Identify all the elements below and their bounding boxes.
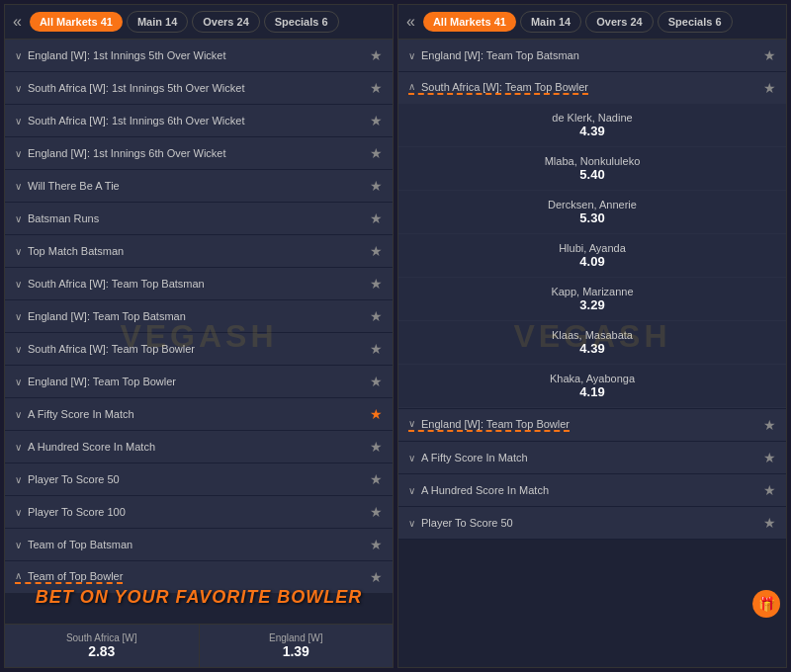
right-filter-bar: « All Markets 41 Main 14 Overs 24 Specia…	[398, 5, 786, 40]
gift-icon[interactable]: 🎁	[752, 590, 780, 618]
star-button[interactable]: ★	[763, 417, 776, 433]
star-button[interactable]: ★	[370, 341, 383, 357]
star-button[interactable]: ★	[370, 113, 383, 128]
star-button[interactable]: ★	[370, 210, 383, 226]
odds-south-africa: 2.83	[88, 643, 115, 659]
bottom-team-england[interactable]: England [W] 1.39	[200, 625, 394, 667]
right-filter-all-markets[interactable]: All Markets 41	[423, 12, 516, 32]
star-button[interactable]: ★	[370, 569, 383, 585]
left-filter-main[interactable]: Main 14	[127, 11, 188, 33]
odds-england: 1.39	[283, 643, 309, 659]
player-option-kapp[interactable]: Kapp, Marizanne 3.29	[398, 278, 786, 321]
player-option-klaas[interactable]: Klaas, Masabata 4.39	[398, 321, 786, 365]
star-button[interactable]: ★	[370, 439, 383, 455]
player-odds: 4.19	[579, 384, 604, 399]
player-odds: 4.39	[579, 124, 604, 138]
market-row-top-match-batsman[interactable]: ∨ Top Match Batsman ★	[5, 235, 393, 268]
star-button[interactable]: ★	[763, 80, 776, 96]
left-filter-bar: « All Markets 41 Main 14 Overs 24 Specia…	[5, 5, 393, 40]
market-row-fifty-score-right[interactable]: ∨ A Fifty Score In Match ★	[398, 442, 786, 474]
player-option-de-klerk[interactable]: de Klerk, Nadine 4.39	[398, 104, 786, 147]
market-row[interactable]: ∨ South Africa [W]: 1st Innings 5th Over…	[5, 72, 393, 105]
player-odds: 4.09	[579, 254, 604, 269]
player-name: Mlaba, Nonkululeko	[545, 155, 641, 167]
right-filter-overs[interactable]: Overs 24	[585, 11, 653, 33]
left-bottom-bar: South Africa [W] 2.83 England [W] 1.39	[5, 624, 393, 667]
player-option-mlaba[interactable]: Mlaba, Nonkululeko 5.40	[398, 147, 786, 191]
star-button[interactable]: ★	[763, 450, 776, 465]
player-name: de Klerk, Nadine	[552, 112, 632, 124]
market-row-team-top-bowler[interactable]: ∧ Team of Top Bowler ★	[5, 561, 393, 593]
market-row-sa-team-top-batsman[interactable]: ∨ South Africa [W]: Team Top Batsman ★	[5, 268, 393, 300]
star-button[interactable]: ★	[370, 308, 383, 324]
left-market-list: ∨ England [W]: 1st Innings 5th Over Wick…	[5, 40, 393, 624]
right-panel: VEGASH « All Markets 41 Main 14 Overs 24…	[397, 4, 787, 668]
market-row-sa-top-bowler[interactable]: ∨ South Africa [W]: Team Top Bowler ★	[5, 333, 393, 366]
player-name: Klaas, Masabata	[552, 329, 633, 341]
market-row[interactable]: ∨ England [W]: 1st Innings 6th Over Wick…	[5, 137, 393, 170]
market-row-batsman-runs[interactable]: ∨ Batsman Runs ★	[5, 203, 393, 235]
market-row[interactable]: ∨ England [W]: 1st Innings 5th Over Wick…	[5, 40, 393, 72]
star-button[interactable]: ★	[763, 482, 776, 498]
player-option-dercksen[interactable]: Dercksen, Annerie 5.30	[398, 191, 786, 234]
left-filter-specials[interactable]: Specials 6	[264, 11, 339, 33]
left-panel: VEGASH « All Markets 41 Main 14 Overs 24…	[4, 4, 394, 668]
right-filter-main[interactable]: Main 14	[520, 11, 581, 33]
player-odds: 5.40	[579, 167, 604, 182]
player-name: Khaka, Ayabonga	[550, 373, 635, 384]
star-button[interactable]: ★	[370, 406, 383, 422]
market-row-eng-top-bowler-right[interactable]: ∨ England [W]: Team Top Bowler ★	[398, 409, 786, 442]
left-filter-all-markets[interactable]: All Markets 41	[30, 12, 123, 32]
star-button[interactable]: ★	[370, 276, 383, 292]
star-button[interactable]: ★	[763, 47, 776, 63]
player-name: Dercksen, Annerie	[548, 199, 637, 210]
star-button[interactable]: ★	[370, 47, 383, 63]
market-row-eng-team-top-batsman[interactable]: ∨ England [W]: Team Top Batsman ★	[5, 300, 393, 333]
star-button[interactable]: ★	[370, 80, 383, 96]
player-option-khaka[interactable]: Khaka, Ayabonga 4.19	[398, 365, 786, 408]
star-button[interactable]: ★	[370, 471, 383, 487]
right-market-list: ∨ England [W]: Team Top Batsman ★ ∧ Sout…	[398, 40, 786, 667]
bottom-team-south-africa[interactable]: South Africa [W] 2.83	[5, 625, 200, 667]
star-button[interactable]: ★	[370, 243, 383, 259]
left-filter-overs[interactable]: Overs 24	[192, 11, 259, 33]
team-name-england: England [W]	[269, 632, 322, 643]
right-filter-specials[interactable]: Specials 6	[658, 11, 733, 33]
market-row-eng-top-bowler[interactable]: ∨ England [W]: Team Top Bowler ★	[5, 366, 393, 398]
team-name-south-africa: South Africa [W]	[66, 632, 137, 643]
player-name: Kapp, Marizanne	[551, 286, 633, 297]
market-row-hundred-score[interactable]: ∨ A Hundred Score In Match ★	[5, 431, 393, 463]
star-button[interactable]: ★	[370, 504, 383, 520]
player-odds: 3.29	[579, 297, 604, 312]
star-button[interactable]: ★	[370, 178, 383, 194]
market-row-team-top-batsman[interactable]: ∨ Team of Top Batsman ★	[5, 529, 393, 561]
star-button[interactable]: ★	[763, 515, 776, 531]
collapse-right-icon[interactable]: «	[402, 11, 419, 33]
player-odds: 4.39	[579, 341, 604, 356]
market-row-sa-top-bowler-right[interactable]: ∧ South Africa [W]: Team Top Bowler ★	[398, 72, 786, 104]
star-button[interactable]: ★	[370, 145, 383, 161]
collapse-left-icon[interactable]: «	[9, 11, 26, 33]
market-row-hundred-score-right[interactable]: ∨ A Hundred Score In Match ★	[398, 474, 786, 507]
market-row-player-score-50[interactable]: ∨ Player To Score 50 ★	[5, 463, 393, 496]
star-button[interactable]: ★	[370, 374, 383, 389]
player-odds: 5.30	[579, 210, 604, 225]
market-row-player-score-50-right[interactable]: ∨ Player To Score 50 ★	[398, 507, 786, 540]
market-row[interactable]: ∨ South Africa [W]: 1st Innings 6th Over…	[5, 105, 393, 137]
market-row-player-score-100[interactable]: ∨ Player To Score 100 ★	[5, 496, 393, 529]
sa-top-bowler-expanded: de Klerk, Nadine 4.39 Mlaba, Nonkululeko…	[398, 104, 786, 409]
player-name: Hlubi, Ayanda	[559, 242, 626, 254]
market-row-tie[interactable]: ∨ Will There Be A Tie ★	[5, 170, 393, 203]
player-option-hlubi[interactable]: Hlubi, Ayanda 4.09	[398, 234, 786, 278]
star-button[interactable]: ★	[370, 537, 383, 552]
market-row-eng-team-top-batsman-right[interactable]: ∨ England [W]: Team Top Batsman ★	[398, 40, 786, 72]
market-row-fifty-score[interactable]: ∨ A Fifty Score In Match ★	[5, 398, 393, 431]
